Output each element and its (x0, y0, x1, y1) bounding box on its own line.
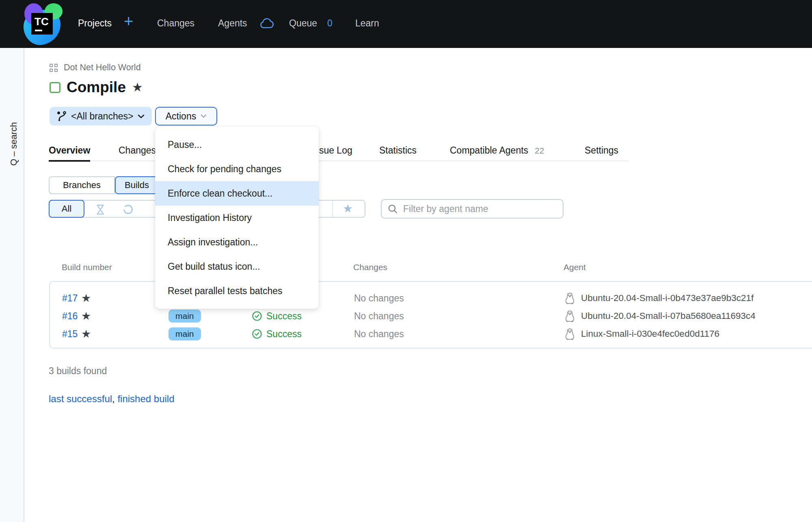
build-agent[interactable]: Ubuntu-20.04-Small-i-07ba5680ea11693c4 (564, 307, 756, 325)
build-number-link[interactable]: #15 (62, 325, 78, 343)
queued-builds-filter-hourglass-icon[interactable] (95, 204, 106, 217)
build-agent[interactable]: Linux-Small-i-030e4fec0ed0d1176 (564, 325, 719, 343)
nav-queue[interactable]: Queue (289, 18, 317, 29)
logo-tc-box: TC (31, 13, 53, 35)
check-circle-icon (252, 329, 262, 339)
build-favorite-star-icon[interactable]: ★ (81, 289, 91, 307)
page-title: Compile (67, 79, 126, 96)
build-status-success[interactable]: Success (252, 325, 302, 343)
filter-divider (332, 201, 333, 217)
favorite-star-icon[interactable]: ★ (132, 81, 143, 93)
linux-tux-icon (564, 328, 575, 340)
nav-changes[interactable]: Changes (157, 18, 194, 29)
branch-tag[interactable]: main (168, 310, 201, 323)
builds-found-summary: 3 builds found (49, 366, 107, 377)
table-row: #16 ★ main Success No changes Ubuntu-20.… (50, 307, 812, 325)
compatible-agents-count: 22 (535, 146, 544, 155)
build-number-link[interactable]: #17 (62, 289, 78, 307)
actions-button-label: Actions (166, 111, 196, 122)
build-agent[interactable]: Ubuntu-20.04-Small-i-0b473e37ae9b3c21f (564, 289, 754, 307)
teamcity-logo[interactable]: TC (24, 3, 64, 45)
branch-selector[interactable]: <All branches> (50, 107, 152, 126)
tab-compatible-agents[interactable]: Compatible Agents22 (450, 145, 544, 156)
build-changes: No changes (354, 307, 404, 325)
menu-item-reset-parallel-tests[interactable]: Reset parallel tests batches (155, 279, 319, 303)
branch-selector-label: <All branches> (71, 111, 133, 122)
build-status-label: Success (266, 329, 302, 340)
build-config-status-icon (50, 82, 60, 93)
agent-filter-field (381, 199, 564, 219)
last-successful-link[interactable]: last successful (49, 393, 112, 405)
add-project-icon[interactable]: + (124, 13, 133, 29)
top-nav: TC Projects + Changes Agents Queue 0 Lea… (0, 0, 812, 48)
linux-tux-icon (564, 310, 575, 323)
build-favorite-star-icon[interactable]: ★ (81, 325, 91, 343)
branch-cell: main (168, 325, 201, 343)
build-agent-name[interactable]: Ubuntu-20.04-Small-i-07ba5680ea11693c4 (581, 311, 756, 321)
menu-item-check-pending-changes[interactable]: Check for pending changes (155, 157, 319, 181)
column-header-changes: Changes (353, 262, 387, 272)
menu-item-enforce-clean-checkout[interactable]: Enforce clean checkout... (155, 181, 319, 206)
check-circle-icon (252, 311, 262, 321)
links-separator: , (112, 393, 117, 405)
queue-count-badge[interactable]: 0 (327, 18, 333, 29)
finished-build-link[interactable]: finished build (117, 393, 174, 405)
logo-tc-text: TC (35, 15, 49, 28)
running-builds-filter-spinner-icon[interactable] (123, 204, 134, 217)
build-changes: No changes (354, 325, 404, 343)
build-favorite-star-icon[interactable]: ★ (81, 307, 91, 325)
page-title-row: Compile ★ (50, 79, 143, 96)
table-row: #15 ★ main Success No changes Linux-Smal… (50, 325, 812, 343)
build-changes: No changes (354, 289, 404, 307)
search-icon (388, 204, 398, 214)
chevron-down-icon (138, 114, 145, 119)
tab-settings[interactable]: Settings (585, 145, 618, 156)
nav-learn[interactable]: Learn (355, 18, 379, 29)
tab-statistics[interactable]: Statistics (379, 145, 417, 156)
build-number-link[interactable]: #16 (62, 307, 78, 325)
actions-button[interactable]: Actions (155, 107, 217, 126)
menu-item-pause[interactable]: Pause... (155, 132, 319, 157)
build-config-tabs: Overview Changes Issue Log Statistics Co… (49, 143, 628, 161)
toggle-builds[interactable]: Builds (115, 176, 159, 194)
build-agent-name[interactable]: Linux-Small-i-030e4fec0ed0d1176 (581, 329, 719, 339)
column-header-build-number: Build number (62, 262, 112, 272)
branch-cell: main (168, 307, 201, 325)
nav-projects[interactable]: Projects (78, 18, 112, 29)
build-agent-name[interactable]: Ubuntu-20.04-Small-i-0b473e37ae9b3c21f (581, 293, 754, 303)
logo-underscore (35, 30, 42, 31)
git-branch-icon (57, 111, 67, 122)
linux-tux-icon (564, 292, 575, 305)
tab-compatible-agents-label: Compatible Agents (450, 145, 528, 156)
column-header-agent: Agent (564, 262, 586, 272)
agent-filter-input[interactable] (403, 204, 557, 214)
toggle-branches[interactable]: Branches (49, 176, 115, 194)
tab-changes[interactable]: Changes (119, 145, 156, 156)
favorite-builds-filter-star-icon[interactable]: ★ (343, 201, 353, 216)
nav-agents[interactable]: Agents (218, 18, 247, 29)
tab-overview[interactable]: Overview (49, 145, 90, 156)
collapsed-sidebar[interactable]: Q – search (0, 48, 24, 522)
menu-item-get-build-status-icon[interactable]: Get build status icon... (155, 254, 319, 279)
quick-links: last successful , finished build (49, 393, 175, 405)
project-grid-icon (50, 64, 58, 72)
breadcrumb-project[interactable]: Dot Net Hello World (64, 63, 141, 73)
menu-item-assign-investigation[interactable]: Assign investigation... (155, 230, 319, 254)
build-status-label: Success (266, 311, 302, 322)
build-status-success[interactable]: Success (252, 307, 302, 325)
actions-dropdown-menu: Pause... Check for pending changes Enfor… (155, 127, 319, 309)
cloud-icon[interactable] (259, 18, 274, 31)
chevron-down-icon (201, 114, 207, 118)
menu-item-investigation-history[interactable]: Investigation History (155, 206, 319, 230)
breadcrumb[interactable]: Dot Net Hello World (50, 63, 141, 73)
sidebar-search-label[interactable]: Q – search (9, 122, 19, 166)
filter-all-button[interactable]: All (49, 200, 84, 218)
branch-tag[interactable]: main (168, 327, 201, 340)
